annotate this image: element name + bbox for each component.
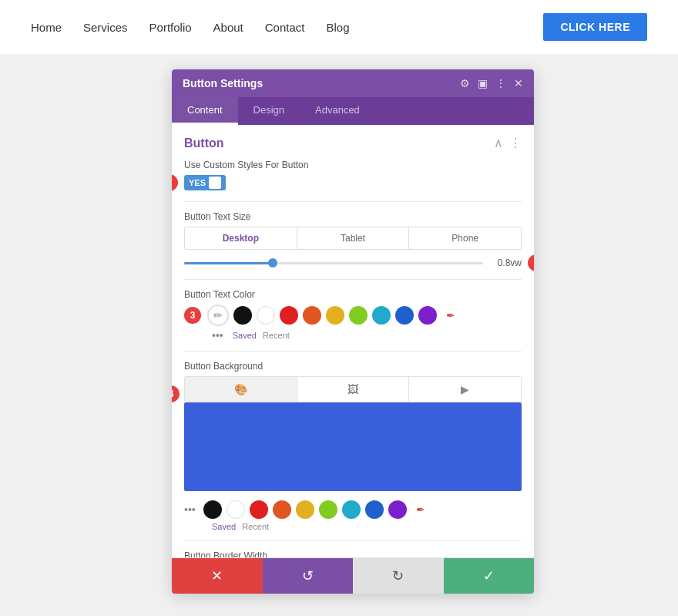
bg-color-preview [184, 402, 522, 491]
text-size-value: 0.8vw [491, 258, 522, 268]
navbar: Home Services Portfolio About Contact Bl… [0, 0, 678, 54]
bg-saved[interactable]: Saved [212, 522, 236, 531]
more-icon[interactable]: ⋮ [495, 77, 506, 89]
bg-color-pen[interactable]: ✒ [411, 500, 430, 519]
nav-link-home[interactable]: Home [31, 21, 62, 34]
color-swatch-cyan[interactable] [372, 306, 391, 325]
panel-tabs: Content Design Advanced [172, 97, 534, 125]
section-title: Button [184, 136, 224, 150]
text-color-label: Button Text Color [184, 289, 522, 300]
bg-type-video[interactable]: ▶ [409, 377, 521, 402]
toggle-switch[interactable]: YES [184, 175, 226, 190]
color-swatch-orange[interactable] [303, 306, 321, 325]
divider-2 [184, 279, 522, 280]
text-color-saved[interactable]: Saved [233, 331, 257, 340]
step-badge-1: 1 [172, 174, 178, 191]
text-size-label: Button Text Size [184, 211, 522, 222]
toggle-handle [209, 177, 221, 189]
collapse-icon[interactable]: ∧ [494, 136, 503, 150]
toggle-label: YES [189, 178, 206, 187]
bg-color-saved-recent: Saved Recent [184, 522, 522, 531]
divider-4 [184, 540, 522, 541]
device-tabs: Desktop Tablet Phone [184, 227, 522, 250]
color-pen-icon[interactable]: ✒ [441, 306, 460, 325]
bg-swatch-cyan[interactable] [342, 500, 361, 519]
bg-type-tabs: 🎨 🖼 ▶ [184, 376, 522, 402]
cta-button[interactable]: CLICK HERE [543, 13, 647, 41]
nav-link-blog[interactable]: Blog [326, 21, 349, 34]
bg-preview-area: 4 🎨 🖼 ▶ [184, 376, 522, 491]
toggle-row: 1 YES [184, 175, 522, 190]
settings-icon[interactable]: ⚙ [460, 77, 470, 89]
border-width-label: Button Border Width [184, 550, 522, 557]
color-swatch-black[interactable] [233, 306, 252, 325]
section-icons: ∧ ⋮ [494, 136, 522, 150]
color-swatch-blue[interactable] [395, 306, 414, 325]
color-swatch-yellow[interactable] [326, 306, 344, 325]
color-swatch-purple[interactable] [418, 306, 437, 325]
nav-link-services[interactable]: Services [83, 21, 128, 34]
save-button[interactable]: ✓ [444, 558, 535, 594]
panel-header: Button Settings ⚙ ▣ ⋮ ✕ [172, 69, 534, 97]
cancel-button[interactable]: ✕ [172, 558, 263, 594]
bg-color-row: ••• ✒ [184, 500, 522, 519]
text-size-slider-fill [184, 262, 274, 264]
color-swatch-white[interactable] [257, 306, 275, 325]
panel-body: Button ∧ ⋮ Use Custom Styles For Button … [172, 125, 534, 557]
text-color-more[interactable]: ••• [212, 329, 223, 342]
bg-label: Button Background [184, 361, 522, 372]
device-tab-tablet[interactable]: Tablet [297, 227, 410, 249]
text-size-slider-row: 0.8vw 2 [184, 258, 522, 268]
custom-styles-label: Use Custom Styles For Button [184, 160, 522, 170]
reset-button[interactable]: ↺ [263, 558, 354, 594]
text-color-recent[interactable]: Recent [263, 331, 290, 340]
bg-type-color[interactable]: 🎨 [185, 377, 297, 402]
bg-swatch-orange[interactable] [273, 500, 291, 519]
panel-title: Button Settings [183, 77, 263, 89]
bg-recent[interactable]: Recent [242, 522, 269, 531]
step-badge-3: 3 [184, 307, 201, 324]
bg-swatch-blue[interactable] [365, 500, 384, 519]
layout-icon[interactable]: ▣ [478, 77, 488, 89]
text-size-slider-thumb[interactable] [268, 258, 277, 268]
nav-links: Home Services Portfolio About Contact Bl… [31, 21, 543, 34]
close-icon[interactable]: ✕ [514, 77, 523, 89]
bg-swatch-yellow[interactable] [296, 500, 314, 519]
tab-design[interactable]: Design [238, 97, 300, 125]
settings-panel: Button Settings ⚙ ▣ ⋮ ✕ Content Design A… [172, 69, 534, 594]
nav-link-about[interactable]: About [213, 21, 243, 34]
bg-swatch-black[interactable] [203, 500, 222, 519]
section-more-icon[interactable]: ⋮ [509, 136, 522, 150]
text-color-row: 3 ✏ ✒ [184, 305, 522, 326]
bg-swatch-red[interactable] [250, 500, 268, 519]
bg-swatch-green[interactable] [319, 500, 337, 519]
color-swatch-red[interactable] [280, 306, 298, 325]
section-header: Button ∧ ⋮ [184, 136, 522, 150]
step-badge-4: 4 [172, 385, 180, 402]
nav-link-contact[interactable]: Contact [265, 21, 305, 34]
nav-link-portfolio[interactable]: Portfolio [149, 21, 192, 34]
divider-3 [184, 351, 522, 352]
step-badge-2: 2 [528, 254, 534, 271]
bg-more-dots[interactable]: ••• [184, 503, 196, 516]
redo-button[interactable]: ↻ [353, 558, 444, 594]
bg-swatch-white[interactable] [227, 500, 245, 519]
panel-footer: ✕ ↺ ↻ ✓ [172, 557, 534, 594]
device-tab-desktop[interactable]: Desktop [185, 227, 297, 249]
text-color-saved-recent: ••• Saved Recent [184, 329, 522, 342]
color-picker-btn[interactable]: ✏ [207, 305, 229, 326]
bg-type-image[interactable]: 🖼 [297, 377, 410, 402]
color-swatch-green[interactable] [349, 306, 368, 325]
device-tab-phone[interactable]: Phone [409, 227, 521, 249]
divider-1 [184, 201, 522, 202]
bg-swatch-purple[interactable] [388, 500, 407, 519]
panel-wrapper: Button Settings ⚙ ▣ ⋮ ✕ Content Design A… [144, 69, 534, 616]
tab-advanced[interactable]: Advanced [300, 97, 375, 125]
text-size-slider-track[interactable] [184, 262, 483, 264]
panel-header-icons: ⚙ ▣ ⋮ ✕ [460, 77, 523, 89]
page-background: Button Settings ⚙ ▣ ⋮ ✕ Content Design A… [0, 54, 678, 616]
tab-content[interactable]: Content [172, 97, 238, 125]
